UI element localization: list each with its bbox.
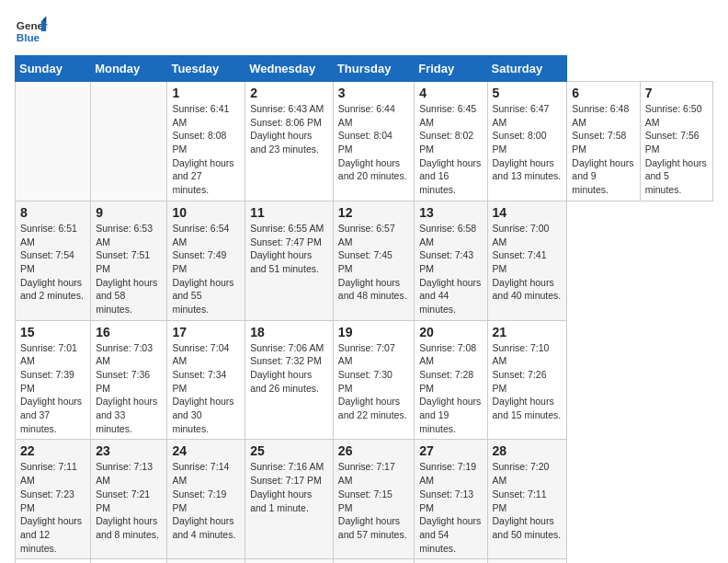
calendar-day-cell: 15 Sunrise: 7:01 AMSunset: 7:39 PMDaylig… xyxy=(16,320,91,440)
day-number: 16 xyxy=(96,325,162,339)
day-info: Sunrise: 7:10 AMSunset: 7:26 PMDaylight … xyxy=(493,341,563,422)
logo: General Blue xyxy=(15,15,48,48)
day-number: 5 xyxy=(493,86,563,100)
calendar-week-row: 15 Sunrise: 7:01 AMSunset: 7:39 PMDaylig… xyxy=(16,320,713,440)
calendar-day-cell: 10 Sunrise: 6:54 AMSunset: 7:49 PMDaylig… xyxy=(167,201,245,320)
day-number: 7 xyxy=(645,86,708,100)
calendar-day-cell xyxy=(415,559,487,563)
weekday-header: Friday xyxy=(415,56,487,82)
day-number: 20 xyxy=(419,325,482,339)
day-info: Sunrise: 7:19 AMSunset: 7:13 PMDaylight … xyxy=(419,460,482,555)
day-number: 10 xyxy=(172,205,240,220)
day-number: 3 xyxy=(338,86,409,100)
calendar-day-cell: 9 Sunrise: 6:53 AMSunset: 7:51 PMDayligh… xyxy=(91,201,167,320)
day-info: Sunrise: 6:44 AMSunset: 8:04 PMDaylight … xyxy=(338,102,409,183)
calendar-day-cell: 7 Sunrise: 6:50 AMSunset: 7:56 PMDayligh… xyxy=(640,82,712,201)
calendar-day-cell: 20 Sunrise: 7:08 AMSunset: 7:28 PMDaylig… xyxy=(415,320,487,440)
day-info: Sunrise: 7:11 AMSunset: 7:23 PMDaylight … xyxy=(20,460,85,555)
calendar-week-row: 1 Sunrise: 6:41 AMSunset: 8:08 PMDayligh… xyxy=(16,82,713,201)
day-info: Sunrise: 7:13 AMSunset: 7:21 PMDaylight … xyxy=(96,460,162,541)
calendar-day-cell: 30 Sunrise: 7:23 AMSunset: 7:06 PMDaylig… xyxy=(91,559,167,563)
day-number: 24 xyxy=(172,443,240,458)
day-info: Sunrise: 6:51 AMSunset: 7:54 PMDaylight … xyxy=(20,222,85,303)
calendar-day-cell: 18 Sunrise: 7:06 AMSunset: 7:32 PMDaylig… xyxy=(245,320,334,440)
logo-icon: General Blue xyxy=(15,15,48,48)
calendar-day-cell: 27 Sunrise: 7:19 AMSunset: 7:13 PMDaylig… xyxy=(415,440,487,559)
day-number: 8 xyxy=(20,205,85,220)
day-number: 4 xyxy=(419,86,482,100)
day-info: Sunrise: 6:58 AMSunset: 7:43 PMDaylight … xyxy=(419,222,482,316)
day-number: 12 xyxy=(338,205,409,220)
calendar-day-cell: 4 Sunrise: 6:45 AMSunset: 8:02 PMDayligh… xyxy=(415,82,487,201)
calendar-day-cell xyxy=(16,82,91,201)
day-info: Sunrise: 7:16 AMSunset: 7:17 PMDaylight … xyxy=(250,460,328,514)
day-info: Sunrise: 6:53 AMSunset: 7:51 PMDaylight … xyxy=(96,222,162,316)
day-number: 19 xyxy=(338,325,409,339)
calendar-table: SundayMondayTuesdayWednesdayThursdayFrid… xyxy=(15,55,713,563)
day-info: Sunrise: 7:20 AMSunset: 7:11 PMDaylight … xyxy=(493,460,563,541)
day-number: 22 xyxy=(20,443,85,458)
calendar-day-cell xyxy=(333,559,414,563)
svg-text:Blue: Blue xyxy=(17,31,40,43)
weekday-header: Wednesday xyxy=(245,56,334,82)
calendar-day-cell: 25 Sunrise: 7:16 AMSunset: 7:17 PMDaylig… xyxy=(245,440,334,559)
calendar-day-cell: 21 Sunrise: 7:10 AMSunset: 7:26 PMDaylig… xyxy=(487,320,567,440)
day-info: Sunrise: 7:01 AMSunset: 7:39 PMDaylight … xyxy=(20,341,85,436)
calendar-day-cell: 16 Sunrise: 7:03 AMSunset: 7:36 PMDaylig… xyxy=(91,320,167,440)
day-info: Sunrise: 7:03 AMSunset: 7:36 PMDaylight … xyxy=(96,341,162,436)
calendar-day-cell: 23 Sunrise: 7:13 AMSunset: 7:21 PMDaylig… xyxy=(91,440,167,559)
page-header: General Blue xyxy=(15,15,713,48)
calendar-day-cell: 2 Sunrise: 6:43 AMSunset: 8:06 PMDayligh… xyxy=(245,82,334,201)
day-number: 28 xyxy=(493,443,563,458)
day-number: 6 xyxy=(572,86,634,100)
day-number: 26 xyxy=(338,443,409,458)
calendar-day-cell xyxy=(487,559,567,563)
day-info: Sunrise: 7:08 AMSunset: 7:28 PMDaylight … xyxy=(419,341,482,436)
day-number: 2 xyxy=(250,86,328,100)
calendar-day-cell xyxy=(91,82,167,201)
day-info: Sunrise: 7:17 AMSunset: 7:15 PMDaylight … xyxy=(338,460,409,541)
day-number: 13 xyxy=(419,205,482,220)
calendar-day-cell: 26 Sunrise: 7:17 AMSunset: 7:15 PMDaylig… xyxy=(333,440,414,559)
day-info: Sunrise: 7:06 AMSunset: 7:32 PMDaylight … xyxy=(250,341,328,396)
calendar-day-cell: 13 Sunrise: 6:58 AMSunset: 7:43 PMDaylig… xyxy=(415,201,487,320)
calendar-day-cell: 24 Sunrise: 7:14 AMSunset: 7:19 PMDaylig… xyxy=(167,440,245,559)
day-info: Sunrise: 6:43 AMSunset: 8:06 PMDaylight … xyxy=(250,102,328,156)
calendar-day-cell: 6 Sunrise: 6:48 AMSunset: 7:58 PMDayligh… xyxy=(567,82,640,201)
calendar-week-row: 22 Sunrise: 7:11 AMSunset: 7:23 PMDaylig… xyxy=(16,440,713,559)
weekday-header: Monday xyxy=(91,56,167,82)
calendar-day-cell: 3 Sunrise: 6:44 AMSunset: 8:04 PMDayligh… xyxy=(333,82,414,201)
day-info: Sunrise: 6:45 AMSunset: 8:02 PMDaylight … xyxy=(419,102,482,197)
day-info: Sunrise: 7:14 AMSunset: 7:19 PMDaylight … xyxy=(172,460,240,541)
day-number: 18 xyxy=(250,325,328,339)
calendar-day-cell: 17 Sunrise: 7:04 AMSunset: 7:34 PMDaylig… xyxy=(167,320,245,440)
weekday-header: Thursday xyxy=(333,56,414,82)
calendar-day-cell: 11 Sunrise: 6:55 AMSunset: 7:47 PMDaylig… xyxy=(245,201,334,320)
day-info: Sunrise: 6:41 AMSunset: 8:08 PMDaylight … xyxy=(172,102,240,197)
day-info: Sunrise: 6:48 AMSunset: 7:58 PMDaylight … xyxy=(572,102,634,197)
calendar-day-cell: 1 Sunrise: 6:41 AMSunset: 8:08 PMDayligh… xyxy=(167,82,245,201)
calendar-body: 1 Sunrise: 6:41 AMSunset: 8:08 PMDayligh… xyxy=(16,82,713,564)
day-info: Sunrise: 7:04 AMSunset: 7:34 PMDaylight … xyxy=(172,341,240,436)
day-info: Sunrise: 6:55 AMSunset: 7:47 PMDaylight … xyxy=(250,222,328,276)
day-number: 21 xyxy=(493,325,563,339)
calendar-week-row: 8 Sunrise: 6:51 AMSunset: 7:54 PMDayligh… xyxy=(16,201,713,320)
day-info: Sunrise: 7:00 AMSunset: 7:41 PMDaylight … xyxy=(493,222,563,303)
day-info: Sunrise: 7:07 AMSunset: 7:30 PMDaylight … xyxy=(338,341,409,422)
day-number: 17 xyxy=(172,325,240,339)
calendar-day-cell: 29 Sunrise: 7:22 AMSunset: 7:08 PMDaylig… xyxy=(16,559,91,563)
calendar-day-cell: 12 Sunrise: 6:57 AMSunset: 7:45 PMDaylig… xyxy=(333,201,414,320)
day-number: 25 xyxy=(250,443,328,458)
calendar-day-cell: 22 Sunrise: 7:11 AMSunset: 7:23 PMDaylig… xyxy=(16,440,91,559)
calendar-day-cell: 28 Sunrise: 7:20 AMSunset: 7:11 PMDaylig… xyxy=(487,440,567,559)
calendar-day-cell: 5 Sunrise: 6:47 AMSunset: 8:00 PMDayligh… xyxy=(487,82,567,201)
day-number: 9 xyxy=(96,205,162,220)
day-number: 15 xyxy=(20,325,85,339)
day-number: 27 xyxy=(419,443,482,458)
day-info: Sunrise: 6:50 AMSunset: 7:56 PMDaylight … xyxy=(645,102,708,197)
weekday-header: Sunday xyxy=(16,56,91,82)
day-number: 11 xyxy=(250,205,328,220)
calendar-day-cell: 14 Sunrise: 7:00 AMSunset: 7:41 PMDaylig… xyxy=(487,201,567,320)
calendar-week-row: 29 Sunrise: 7:22 AMSunset: 7:08 PMDaylig… xyxy=(16,559,713,563)
calendar-day-cell xyxy=(245,559,334,563)
